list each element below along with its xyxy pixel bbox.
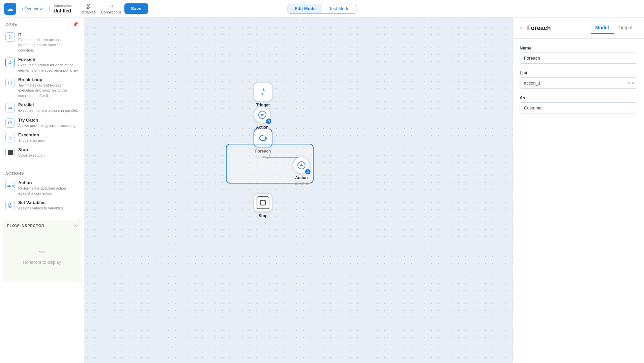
section-title: Untitled xyxy=(54,8,72,14)
pulse-icon: 〰 xyxy=(38,248,46,257)
action2-overlay-icon: ⚙ xyxy=(305,169,311,175)
breakloop-icon: ⬡ xyxy=(5,78,15,87)
stop-node-box[interactable] xyxy=(254,193,272,212)
stop-icon: ⬛ xyxy=(5,148,15,157)
left-panel: CORE 📌 ⟨⟩ If Executes different actions … xyxy=(0,18,84,363)
right-panel-body: Name List action_1 × ▾ As xyxy=(513,39,644,120)
breakloop-component[interactable]: ⬡ Break Loop Terminates current Foreach … xyxy=(5,75,79,100)
canvas[interactable]: Trigger trigger ⚙ Action action_1 xyxy=(84,18,513,363)
trigger-node-icon xyxy=(258,87,268,97)
tab-output[interactable]: Output xyxy=(614,22,637,34)
stop-square-icon xyxy=(260,199,266,206)
stop-label: Stop xyxy=(259,213,268,218)
topbar: ☁ ‹ Overview | Automation Untitled @ Var… xyxy=(0,0,644,18)
action1-node-box[interactable]: ⚙ xyxy=(254,106,271,124)
actions-section-header: ACTIONS xyxy=(5,171,79,175)
trigger-node-box[interactable] xyxy=(254,82,272,101)
chevron-down-icon[interactable]: ▾ xyxy=(632,80,634,86)
stop-component[interactable]: ⬛ Stop Stops execution. xyxy=(5,145,79,160)
as-input[interactable] xyxy=(520,102,637,113)
trycatch-component[interactable]: ⟳ Try Catch Allows performing error proc… xyxy=(5,116,79,130)
clear-icon[interactable]: × xyxy=(628,80,631,86)
stop-icon xyxy=(257,196,269,209)
action2-node-icon xyxy=(297,161,306,170)
as-field-group: As xyxy=(520,95,637,113)
connector-lines xyxy=(84,18,513,363)
parallel-component[interactable]: ⇉ Parallel Executes multiple actions in … xyxy=(5,100,79,115)
right-panel-tabs: Model Output xyxy=(591,22,637,34)
section-sub: Automation xyxy=(54,4,72,8)
foreach-icon: ↺ xyxy=(5,58,15,67)
list-label: List xyxy=(520,70,637,75)
trycatch-icon: ⟳ xyxy=(5,118,15,128)
svg-rect-7 xyxy=(261,200,265,205)
action1-overlay-icon: ⚙ xyxy=(266,118,272,124)
at-icon: @ xyxy=(85,3,91,9)
action1-node-icon xyxy=(258,110,267,119)
stop-node[interactable]: Stop xyxy=(254,193,272,218)
parallel-icon: ⇉ xyxy=(5,103,15,112)
name-field-group: Name xyxy=(520,45,637,64)
actions-section: ACTIONS ☁⚙ Action Performs the specified… xyxy=(0,167,84,217)
right-panel: × Foreach Model Output Name List action_… xyxy=(513,18,644,363)
as-label: As xyxy=(520,95,637,100)
mode-switcher: Edit Mode Test Mode xyxy=(288,4,356,13)
action2-node-box[interactable]: ⚙ xyxy=(293,157,310,174)
save-button[interactable]: Save xyxy=(124,3,148,14)
tab-model[interactable]: Model xyxy=(591,22,614,34)
setvariables-component[interactable]: @ Set Variables Assigns values to variab… xyxy=(5,198,79,213)
foreach-node-icon xyxy=(258,133,268,143)
right-panel-title: Foreach xyxy=(527,25,587,32)
setvariables-icon: @ xyxy=(5,201,15,210)
list-field-group: List action_1 × ▾ xyxy=(520,70,637,89)
action2-sublabel: action_2 xyxy=(295,182,308,185)
core-section-header: CORE 📌 xyxy=(5,22,79,27)
main-layout: CORE 📌 ⟨⟩ If Executes different actions … xyxy=(0,18,644,363)
name-input[interactable] xyxy=(520,53,637,64)
core-section: CORE 📌 ⟨⟩ If Executes different actions … xyxy=(0,18,84,164)
if-icon: ⟨⟩ xyxy=(5,32,15,42)
name-label: Name xyxy=(520,45,637,51)
foreach-component[interactable]: ↺ Foreach Executes a branch for each of … xyxy=(5,55,79,75)
back-button[interactable]: ‹ Overview xyxy=(19,5,46,12)
action2-node[interactable]: ⚙ Action action_2 xyxy=(293,157,310,185)
exception-component[interactable]: △ Exception Triggers an error. xyxy=(5,130,79,145)
inspector-header: FLOW INSPECTOR × xyxy=(3,220,81,231)
list-select[interactable]: action_1 xyxy=(520,78,628,88)
variables-button[interactable]: @ Variables xyxy=(80,3,95,14)
connections-button[interactable]: ⇒ Connections xyxy=(101,3,121,14)
action-cloud-icon: ☁⚙ xyxy=(5,181,15,190)
list-select-wrapper: action_1 × ▾ xyxy=(520,77,637,89)
edit-mode-button[interactable]: Edit Mode xyxy=(288,4,322,13)
panel-divider xyxy=(5,166,79,166)
right-panel-close-button[interactable]: × xyxy=(520,25,523,32)
inspector-close-button[interactable]: × xyxy=(74,223,77,228)
connections-icon: ⇒ xyxy=(109,3,113,9)
exception-icon: △ xyxy=(5,133,15,142)
right-panel-header: × Foreach Model Output xyxy=(513,18,644,39)
if-component[interactable]: ⟨⟩ If Executes different actions dependi… xyxy=(5,30,79,55)
pin-icon[interactable]: 📌 xyxy=(72,22,79,27)
app-logo: ☁ xyxy=(4,3,16,15)
action-component[interactable]: ☁⚙ Action Performs the specified action … xyxy=(5,178,79,198)
automation-section: Automation Untitled xyxy=(54,4,72,14)
test-mode-button[interactable]: Test Mode xyxy=(322,4,356,13)
action2-label: Action xyxy=(295,175,308,180)
topbar-actions: @ Variables ⇒ Connections xyxy=(80,3,121,14)
breadcrumb-separator: | xyxy=(49,6,50,12)
flow-inspector: FLOW INSPECTOR × 〰 No errors to display xyxy=(3,220,81,282)
select-actions[interactable]: × ▾ xyxy=(628,80,637,86)
inspector-body: 〰 No errors to display xyxy=(3,231,81,282)
